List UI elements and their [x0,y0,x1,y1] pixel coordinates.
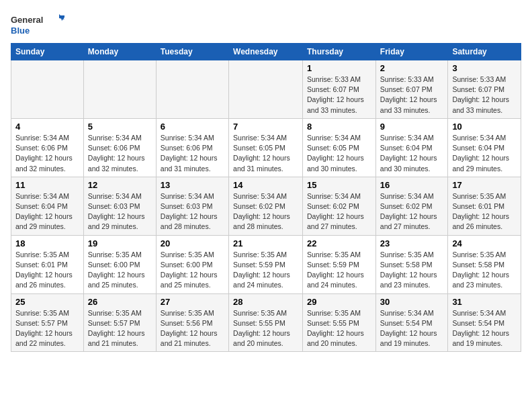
calendar-cell: 19Sunrise: 5:35 AMSunset: 6:00 PMDayligh… [83,235,156,293]
day-info: Sunrise: 5:34 AMSunset: 6:02 PMDaylight:… [233,191,298,232]
calendar-cell: 8Sunrise: 5:34 AMSunset: 6:05 PMDaylight… [303,118,376,177]
day-info: Sunrise: 5:34 AMSunset: 6:04 PMDaylight:… [452,133,517,174]
week-row-4: 18Sunrise: 5:35 AMSunset: 6:01 PMDayligh… [11,235,521,293]
calendar-cell: 29Sunrise: 5:35 AMSunset: 5:55 PMDayligh… [303,293,376,352]
svg-text:Blue: Blue [11,26,30,36]
calendar-cell: 6Sunrise: 5:34 AMSunset: 6:06 PMDaylight… [156,118,228,177]
calendar-cell: 27Sunrise: 5:35 AMSunset: 5:56 PMDayligh… [156,293,228,352]
day-number: 16 [380,180,444,190]
calendar-cell: 22Sunrise: 5:35 AMSunset: 5:59 PMDayligh… [303,235,376,293]
calendar-cell: 7Sunrise: 5:34 AMSunset: 6:05 PMDaylight… [229,118,303,177]
day-info: Sunrise: 5:34 AMSunset: 6:05 PMDaylight:… [233,133,298,174]
calendar-cell [156,60,228,119]
day-number: 28 [233,297,298,307]
day-info: Sunrise: 5:34 AMSunset: 6:06 PMDaylight:… [15,133,79,174]
day-info: Sunrise: 5:35 AMSunset: 5:58 PMDaylight:… [380,250,444,291]
calendar-cell: 16Sunrise: 5:34 AMSunset: 6:02 PMDayligh… [375,177,448,235]
day-info: Sunrise: 5:34 AMSunset: 6:02 PMDaylight:… [380,191,444,232]
calendar-body: 1Sunrise: 5:33 AMSunset: 6:07 PMDaylight… [11,60,521,352]
day-number: 23 [380,238,444,248]
calendar-cell: 13Sunrise: 5:34 AMSunset: 6:03 PMDayligh… [156,177,228,235]
day-number: 3 [452,63,517,73]
header-cell-friday: Friday [375,44,448,60]
day-number: 22 [307,238,371,248]
day-info: Sunrise: 5:35 AMSunset: 5:58 PMDaylight:… [452,250,517,291]
day-info: Sunrise: 5:35 AMSunset: 5:57 PMDaylight:… [15,308,79,349]
day-number: 11 [15,180,79,190]
calendar-table: SundayMondayTuesdayWednesdayThursdayFrid… [11,43,521,352]
day-info: Sunrise: 5:35 AMSunset: 5:56 PMDaylight:… [161,308,224,349]
day-info: Sunrise: 5:35 AMSunset: 6:00 PMDaylight:… [88,250,152,291]
day-number: 27 [161,297,224,307]
day-info: Sunrise: 5:34 AMSunset: 6:05 PMDaylight:… [307,133,371,174]
page-header: General Blue [11,11,521,38]
calendar-cell: 2Sunrise: 5:33 AMSunset: 6:07 PMDaylight… [375,60,448,119]
day-number: 24 [452,238,517,248]
header-cell-saturday: Saturday [448,44,521,60]
day-number: 9 [380,122,444,132]
day-number: 31 [452,297,517,307]
day-number: 15 [307,180,371,190]
day-info: Sunrise: 5:34 AMSunset: 6:06 PMDaylight:… [88,133,152,174]
day-number: 8 [307,122,371,132]
day-info: Sunrise: 5:35 AMSunset: 5:59 PMDaylight:… [307,250,371,291]
day-info: Sunrise: 5:35 AMSunset: 6:00 PMDaylight:… [161,250,224,291]
day-info: Sunrise: 5:33 AMSunset: 6:07 PMDaylight:… [452,75,517,116]
day-number: 18 [15,238,79,248]
calendar-cell: 10Sunrise: 5:34 AMSunset: 6:04 PMDayligh… [448,118,521,177]
day-number: 4 [15,122,79,132]
week-row-5: 25Sunrise: 5:35 AMSunset: 5:57 PMDayligh… [11,293,521,352]
day-number: 26 [88,297,152,307]
day-number: 20 [161,238,224,248]
day-number: 5 [88,122,152,132]
calendar-cell: 3Sunrise: 5:33 AMSunset: 6:07 PMDaylight… [448,60,521,119]
calendar-cell: 11Sunrise: 5:34 AMSunset: 6:04 PMDayligh… [11,177,84,235]
day-number: 12 [88,180,152,190]
day-info: Sunrise: 5:34 AMSunset: 5:54 PMDaylight:… [452,308,517,349]
logo: General Blue [11,11,64,38]
header-cell-monday: Monday [83,44,156,60]
header-cell-sunday: Sunday [11,44,84,60]
day-info: Sunrise: 5:34 AMSunset: 5:54 PMDaylight:… [380,308,444,349]
day-info: Sunrise: 5:35 AMSunset: 5:59 PMDaylight:… [233,250,298,291]
calendar-cell: 18Sunrise: 5:35 AMSunset: 6:01 PMDayligh… [11,235,84,293]
calendar-cell: 24Sunrise: 5:35 AMSunset: 5:58 PMDayligh… [448,235,521,293]
day-info: Sunrise: 5:35 AMSunset: 6:01 PMDaylight:… [452,191,517,232]
calendar-cell: 25Sunrise: 5:35 AMSunset: 5:57 PMDayligh… [11,293,84,352]
day-number: 19 [88,238,152,248]
week-row-3: 11Sunrise: 5:34 AMSunset: 6:04 PMDayligh… [11,177,521,235]
calendar-cell [229,60,303,119]
calendar-cell: 5Sunrise: 5:34 AMSunset: 6:06 PMDaylight… [83,118,156,177]
calendar-cell: 28Sunrise: 5:35 AMSunset: 5:55 PMDayligh… [229,293,303,352]
day-number: 17 [452,180,517,190]
calendar-cell: 15Sunrise: 5:34 AMSunset: 6:02 PMDayligh… [303,177,376,235]
calendar-cell: 4Sunrise: 5:34 AMSunset: 6:06 PMDaylight… [11,118,84,177]
day-number: 21 [233,238,298,248]
day-info: Sunrise: 5:35 AMSunset: 5:57 PMDaylight:… [88,308,152,349]
calendar-cell: 14Sunrise: 5:34 AMSunset: 6:02 PMDayligh… [229,177,303,235]
logo-svg: General Blue [11,11,64,38]
day-number: 6 [161,122,224,132]
day-info: Sunrise: 5:35 AMSunset: 5:55 PMDaylight:… [307,308,371,349]
day-info: Sunrise: 5:34 AMSunset: 6:02 PMDaylight:… [307,191,371,232]
day-info: Sunrise: 5:34 AMSunset: 6:03 PMDaylight:… [161,191,224,232]
header-cell-thursday: Thursday [303,44,376,60]
day-number: 30 [380,297,444,307]
day-number: 2 [380,63,444,73]
header-row: SundayMondayTuesdayWednesdayThursdayFrid… [11,44,521,60]
day-number: 7 [233,122,298,132]
day-number: 29 [307,297,371,307]
calendar-cell [83,60,156,119]
calendar-cell: 31Sunrise: 5:34 AMSunset: 5:54 PMDayligh… [448,293,521,352]
week-row-2: 4Sunrise: 5:34 AMSunset: 6:06 PMDaylight… [11,118,521,177]
day-info: Sunrise: 5:34 AMSunset: 6:06 PMDaylight:… [161,133,224,174]
day-number: 14 [233,180,298,190]
week-row-1: 1Sunrise: 5:33 AMSunset: 6:07 PMDaylight… [11,60,521,119]
svg-text:General: General [11,15,43,25]
calendar-cell: 21Sunrise: 5:35 AMSunset: 5:59 PMDayligh… [229,235,303,293]
day-number: 13 [161,180,224,190]
calendar-header: SundayMondayTuesdayWednesdayThursdayFrid… [11,44,521,60]
day-info: Sunrise: 5:34 AMSunset: 6:04 PMDaylight:… [15,191,79,232]
calendar-cell: 30Sunrise: 5:34 AMSunset: 5:54 PMDayligh… [375,293,448,352]
calendar-cell [11,60,84,119]
